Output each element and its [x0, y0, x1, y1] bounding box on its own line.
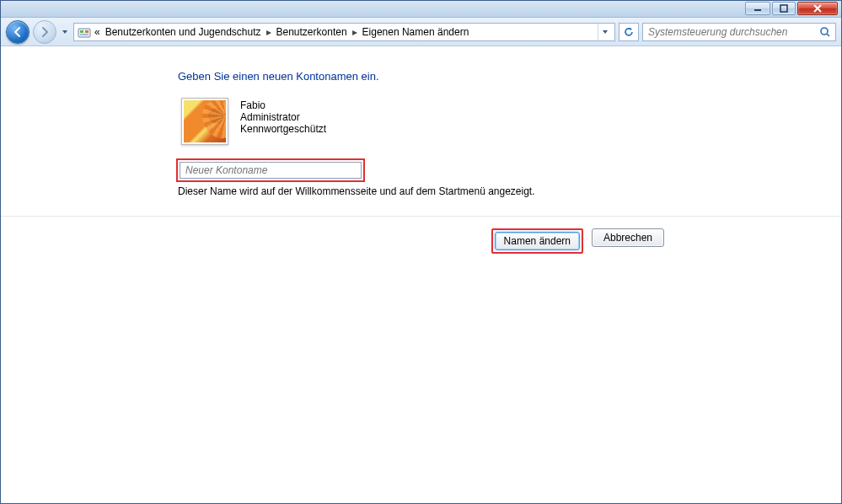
- chevron-right-icon: ▸: [265, 26, 273, 38]
- change-name-button[interactable]: Namen ändern: [495, 232, 580, 250]
- nav-toolbar: « Benutzerkonten und Jugendschutz ▸ Benu…: [1, 18, 841, 46]
- svg-point-6: [821, 28, 828, 35]
- user-account-block: Fabio Administrator Kennwortgeschützt: [181, 98, 717, 145]
- control-panel-window: « Benutzerkonten und Jugendschutz ▸ Benu…: [0, 0, 842, 504]
- svg-rect-1: [780, 5, 787, 12]
- content-pane: Geben Sie einen neuen Kontonamen ein. Fa…: [1, 46, 841, 503]
- control-panel-icon: [78, 25, 91, 39]
- breadcrumb-item[interactable]: Benutzerkonten: [275, 26, 349, 38]
- address-dropdown[interactable]: [598, 24, 611, 40]
- nav-forward-button[interactable]: [33, 20, 56, 44]
- nav-history-dropdown[interactable]: [60, 23, 70, 41]
- search-icon: [818, 25, 832, 39]
- user-status: Kennwortgeschützt: [240, 123, 326, 135]
- user-role: Administrator: [240, 111, 326, 123]
- maximize-button[interactable]: [772, 2, 796, 15]
- breadcrumb-item[interactable]: Benutzerkonten und Jugendschutz: [104, 26, 263, 38]
- svg-rect-5: [80, 34, 88, 35]
- help-text: Dieser Name wird auf der Willkommensseit…: [178, 185, 717, 197]
- user-avatar: [181, 98, 228, 145]
- flower-avatar-image: [184, 100, 226, 142]
- breadcrumb-prefix: «: [93, 26, 102, 38]
- titlebar: [1, 1, 841, 18]
- new-account-name-input[interactable]: [180, 162, 362, 179]
- minimize-button[interactable]: [745, 2, 770, 15]
- address-bar[interactable]: « Benutzerkonten und Jugendschutz ▸ Benu…: [73, 23, 615, 41]
- breadcrumb-item[interactable]: Eigenen Namen ändern: [361, 26, 471, 38]
- svg-rect-4: [85, 30, 88, 33]
- user-info: Fabio Administrator Kennwortgeschützt: [240, 98, 326, 145]
- page-heading: Geben Sie einen neuen Kontonamen ein.: [178, 70, 717, 83]
- refresh-button[interactable]: [619, 23, 639, 41]
- name-input-highlight: [176, 158, 365, 182]
- button-row: Namen ändern Abbrechen: [1, 217, 841, 254]
- confirm-button-highlight: Namen ändern: [491, 228, 583, 254]
- chevron-right-icon: ▸: [351, 26, 359, 38]
- close-button[interactable]: [797, 2, 838, 15]
- search-box[interactable]: [642, 23, 836, 41]
- nav-back-button[interactable]: [6, 20, 29, 44]
- search-input[interactable]: [646, 25, 818, 39]
- svg-rect-3: [80, 30, 83, 33]
- cancel-button[interactable]: Abbrechen: [592, 228, 664, 247]
- svg-rect-0: [754, 9, 761, 11]
- user-name: Fabio: [240, 99, 326, 111]
- svg-line-7: [827, 34, 829, 36]
